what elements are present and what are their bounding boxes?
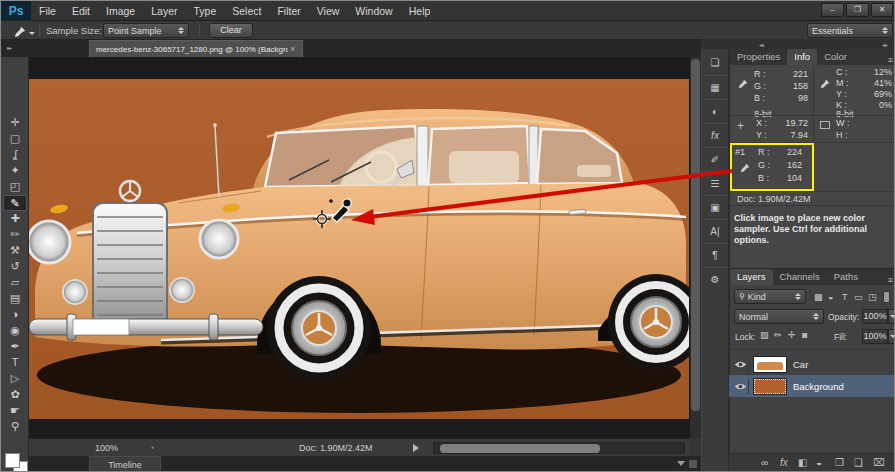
filter-type-layers-icon[interactable]: T bbox=[842, 292, 848, 302]
crop-tool-icon[interactable]: ◰ bbox=[3, 179, 27, 195]
add-layer-mask-icon[interactable]: ◧ bbox=[798, 457, 807, 468]
brush-tool-icon[interactable]: ✏ bbox=[3, 227, 27, 243]
lock-position-icon[interactable]: ✛ bbox=[788, 330, 796, 340]
histogram-panel-icon[interactable]: ▦ bbox=[702, 75, 728, 99]
foreground-color-swatch[interactable] bbox=[5, 453, 20, 468]
filter-adjustment-layers-icon[interactable]: ◒ bbox=[828, 292, 833, 302]
clone-stamp-tool-icon[interactable]: ⚒ bbox=[3, 243, 27, 259]
close-button[interactable]: ✕ bbox=[871, 3, 893, 17]
lock-transparent-pixels-icon[interactable]: ▨ bbox=[760, 330, 769, 340]
layer-thumbnail-background[interactable] bbox=[753, 378, 787, 395]
menu-edit[interactable]: Edit bbox=[64, 1, 98, 21]
status-globe-icon[interactable]: ◔ bbox=[149, 443, 154, 453]
lasso-tool-icon[interactable]: ʆ bbox=[3, 147, 27, 163]
horizontal-scrollbar-thumb[interactable] bbox=[440, 444, 600, 453]
fill-value-field[interactable]: 100% bbox=[862, 329, 888, 344]
clear-button[interactable]: Clear bbox=[209, 23, 253, 38]
dock-collapse-left-icon[interactable]: ◂◂ bbox=[759, 41, 763, 48]
history-brush-tool-icon[interactable]: ↺ bbox=[3, 259, 27, 275]
path-selection-tool-icon[interactable]: ▷ bbox=[3, 371, 27, 387]
quick-selection-tool-icon[interactable]: ✦ bbox=[3, 163, 27, 179]
eraser-tool-icon[interactable]: ▱ bbox=[3, 275, 27, 291]
document-tab-close-icon[interactable]: × bbox=[290, 44, 295, 54]
sample-size-dropdown[interactable]: Point Sample bbox=[103, 23, 189, 38]
menu-filter[interactable]: Filter bbox=[269, 1, 308, 21]
layer-style-icon[interactable]: fx bbox=[780, 457, 788, 468]
filter-pixel-layers-icon[interactable]: ▩ bbox=[814, 292, 823, 302]
layer-name[interactable]: Background bbox=[793, 381, 844, 392]
menu-help[interactable]: Help bbox=[401, 1, 439, 21]
layer-row-background[interactable]: Background bbox=[729, 375, 895, 397]
color-sampler-tool-icon[interactable]: ✎ bbox=[3, 195, 27, 211]
menu-window[interactable]: Window bbox=[347, 1, 400, 21]
menu-image[interactable]: Image bbox=[98, 1, 143, 21]
marquee-tool-icon[interactable]: ▢ bbox=[3, 131, 27, 147]
character-panel-icon[interactable]: A| bbox=[702, 219, 728, 243]
panel-menu-icon[interactable]: ≡ bbox=[884, 55, 895, 65]
clone-source-panel-icon[interactable]: ▣ bbox=[702, 195, 728, 219]
layer-thumbnail-car[interactable] bbox=[753, 356, 787, 373]
visibility-eye-icon[interactable] bbox=[732, 357, 749, 372]
minimize-button[interactable]: – bbox=[821, 3, 844, 17]
brush-panel-icon[interactable]: ✐ bbox=[702, 147, 728, 171]
doc-size-readout[interactable]: Doc: 1.90M/2.42M bbox=[299, 443, 373, 453]
opacity-value-field[interactable]: 100% bbox=[862, 309, 888, 324]
tab-paths[interactable]: Paths bbox=[827, 269, 865, 285]
blur-tool-icon[interactable]: ◉ bbox=[3, 323, 27, 339]
adjustments-panel-icon[interactable]: ◐ bbox=[702, 99, 728, 123]
filter-toggle-switch[interactable] bbox=[883, 291, 890, 303]
gradient-tool-icon[interactable]: ▤ bbox=[3, 291, 27, 307]
vertical-scrollbar[interactable] bbox=[689, 57, 701, 438]
blend-mode-dropdown[interactable]: Normal bbox=[734, 309, 824, 324]
move-tool-icon[interactable]: ✛ bbox=[3, 115, 27, 131]
menu-file[interactable]: File bbox=[31, 1, 64, 21]
workspace-dropdown[interactable]: Essentials bbox=[807, 23, 893, 38]
custom-shape-tool-icon[interactable]: ✿ bbox=[3, 387, 27, 403]
status-flyout-arrow-icon[interactable] bbox=[413, 444, 419, 452]
brush-presets-panel-icon[interactable]: ☰ bbox=[702, 171, 728, 195]
lock-all-icon[interactable]: ◙ bbox=[802, 330, 807, 340]
filter-smart-objects-icon[interactable]: ◳ bbox=[868, 292, 877, 302]
menu-layer[interactable]: Layer bbox=[143, 1, 185, 21]
tab-layers[interactable]: Layers bbox=[730, 269, 773, 285]
zoom-tool-icon[interactable]: ⚲ bbox=[3, 419, 27, 435]
menu-type[interactable]: Type bbox=[185, 1, 224, 21]
tab-info[interactable]: Info bbox=[787, 49, 817, 65]
layer-filter-kind-dropdown[interactable]: ⚲ Kind bbox=[734, 289, 806, 304]
dodge-tool-icon[interactable]: ◑ bbox=[3, 307, 27, 323]
mini-bridge-panel-icon[interactable]: ❏ bbox=[702, 51, 728, 75]
timeline-tab[interactable]: Timeline bbox=[89, 456, 161, 472]
tab-color[interactable]: Color bbox=[817, 49, 854, 65]
fill-dropdown-icon[interactable] bbox=[888, 329, 895, 344]
tab-properties[interactable]: Properties bbox=[730, 49, 787, 65]
timeline-collapse-icon[interactable] bbox=[677, 461, 685, 466]
link-layers-icon[interactable]: ∞ bbox=[761, 457, 768, 468]
layers-panel-menu-icon[interactable]: ≡ bbox=[884, 275, 895, 285]
document-canvas[interactable] bbox=[29, 79, 689, 419]
timeline-options-icon[interactable] bbox=[689, 460, 697, 468]
paragraph-panel-icon[interactable]: ¶ bbox=[702, 243, 728, 267]
layer-row-car[interactable]: Car bbox=[729, 353, 895, 375]
tab-overflow-icon[interactable]: ▸▸ bbox=[7, 44, 11, 51]
dock-collapse-right-icon[interactable]: ▸▸ bbox=[883, 41, 887, 48]
tool-presets-panel-icon[interactable]: ⚙ bbox=[702, 267, 728, 291]
opacity-dropdown-icon[interactable] bbox=[888, 309, 895, 324]
delete-layer-icon[interactable]: ⌧ bbox=[873, 457, 885, 468]
styles-panel-icon[interactable]: fx bbox=[702, 123, 728, 147]
lock-image-pixels-icon[interactable]: ✏ bbox=[774, 330, 782, 340]
visibility-eye-icon[interactable] bbox=[732, 379, 749, 394]
restore-button[interactable]: ❐ bbox=[846, 3, 869, 17]
zoom-level-field[interactable]: 100% bbox=[95, 443, 118, 453]
type-tool-icon[interactable]: T bbox=[3, 355, 27, 371]
hand-tool-icon[interactable]: ☛ bbox=[3, 403, 27, 419]
horizontal-scrollbar[interactable] bbox=[433, 442, 685, 454]
pen-tool-icon[interactable]: ✒ bbox=[3, 339, 27, 355]
new-group-icon[interactable]: ❐ bbox=[835, 457, 844, 468]
healing-brush-tool-icon[interactable]: ✚ bbox=[3, 211, 27, 227]
tab-channels[interactable]: Channels bbox=[773, 269, 827, 285]
filter-shape-layers-icon[interactable]: ▭ bbox=[854, 292, 863, 302]
menu-select[interactable]: Select bbox=[224, 1, 269, 21]
menu-view[interactable]: View bbox=[309, 1, 348, 21]
document-tab[interactable]: mercedes-benz-3065717_1280.png @ 100% (B… bbox=[89, 40, 303, 57]
vertical-scrollbar-thumb[interactable] bbox=[691, 59, 700, 411]
